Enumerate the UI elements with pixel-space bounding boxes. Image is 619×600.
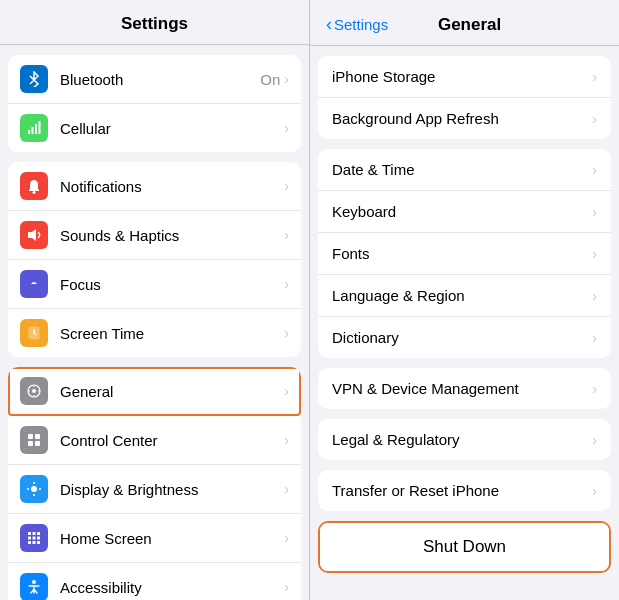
dictionary-chevron: › [592,330,597,346]
right-settings-list: iPhone Storage › Background App Refresh … [310,46,619,600]
svg-point-10 [32,389,36,393]
sidebar-item-cellular[interactable]: Cellular › [8,104,301,152]
focus-icon [20,270,48,298]
sidebar-item-screentime[interactable]: Screen Time › [8,309,301,357]
accessibility-label: Accessibility [60,579,284,596]
transfer-label: Transfer or Reset iPhone [332,482,592,499]
svg-point-19 [31,486,37,492]
bluetooth-icon [20,65,48,93]
right-section-locale: Date & Time › Keyboard › Fonts › Languag… [318,149,611,358]
svg-point-4 [33,191,36,194]
date-time-chevron: › [592,162,597,178]
cellular-chevron: › [284,120,289,136]
language-chevron: › [592,288,597,304]
right-section-legal: Legal & Regulatory › [318,419,611,460]
legal-label: Legal & Regulatory [332,431,592,448]
display-icon [20,475,48,503]
sidebar-item-accessibility[interactable]: Accessibility › [8,563,301,600]
right-item-fonts[interactable]: Fonts › [318,233,611,275]
screentime-icon [20,319,48,347]
svg-rect-15 [28,434,33,439]
back-label: Settings [334,16,388,33]
svg-rect-28 [33,537,36,540]
bluetooth-chevron: › [284,71,289,87]
keyboard-label: Keyboard [332,203,592,220]
sounds-label: Sounds & Haptics [60,227,284,244]
screentime-label: Screen Time [60,325,284,342]
homescreen-label: Home Screen [60,530,284,547]
display-label: Display & Brightness [60,481,284,498]
language-label: Language & Region [332,287,592,304]
right-panel: ‹ Settings General iPhone Storage › Back… [310,0,619,600]
transfer-chevron: › [592,483,597,499]
right-panel-title: General [396,15,543,35]
right-panel-header: ‹ Settings General [310,0,619,46]
accessibility-icon [20,573,48,600]
legal-chevron: › [592,432,597,448]
background-refresh-chevron: › [592,111,597,127]
sidebar-item-focus[interactable]: Focus › [8,260,301,309]
svg-rect-26 [37,532,40,535]
svg-rect-2 [35,124,37,134]
left-title: Settings [121,14,188,33]
bluetooth-value: On [260,71,280,88]
section-system: General › Control Center › [8,367,301,600]
section-alerts: Notifications › Sounds & Haptics › [8,162,301,357]
sounds-icon [20,221,48,249]
right-section-vpn: VPN & Device Management › [318,368,611,409]
back-chevron-icon: ‹ [326,14,332,35]
notifications-chevron: › [284,178,289,194]
general-label: General [60,383,284,400]
left-panel-header: Settings [0,0,309,45]
notifications-icon [20,172,48,200]
sidebar-item-bluetooth[interactable]: Bluetooth On › [8,55,301,104]
focus-label: Focus [60,276,284,293]
right-item-language[interactable]: Language & Region › [318,275,611,317]
right-section-storage: iPhone Storage › Background App Refresh … [318,56,611,139]
shutdown-button[interactable]: Shut Down [320,523,609,571]
back-button[interactable]: ‹ Settings [326,14,388,35]
svg-rect-24 [28,532,31,535]
svg-rect-25 [33,532,36,535]
right-item-vpn[interactable]: VPN & Device Management › [318,368,611,409]
sidebar-item-homescreen[interactable]: Home Screen › [8,514,301,563]
sounds-chevron: › [284,227,289,243]
svg-rect-16 [35,434,40,439]
right-item-legal[interactable]: Legal & Regulatory › [318,419,611,460]
controlcenter-label: Control Center [60,432,284,449]
svg-rect-30 [28,541,31,544]
vpn-label: VPN & Device Management [332,380,592,397]
right-item-date-time[interactable]: Date & Time › [318,149,611,191]
right-item-keyboard[interactable]: Keyboard › [318,191,611,233]
keyboard-chevron: › [592,204,597,220]
cellular-icon [20,114,48,142]
right-item-background-refresh[interactable]: Background App Refresh › [318,98,611,139]
right-item-transfer[interactable]: Transfer or Reset iPhone › [318,470,611,511]
right-item-dictionary[interactable]: Dictionary › [318,317,611,358]
sidebar-item-display[interactable]: Display & Brightness › [8,465,301,514]
right-item-iphone-storage[interactable]: iPhone Storage › [318,56,611,98]
fonts-chevron: › [592,246,597,262]
homescreen-chevron: › [284,530,289,546]
controlcenter-chevron: › [284,432,289,448]
svg-rect-29 [37,537,40,540]
svg-rect-17 [28,441,33,446]
general-chevron: › [284,383,289,399]
svg-rect-1 [32,127,34,134]
sidebar-item-controlcenter[interactable]: Control Center › [8,416,301,465]
screentime-chevron: › [284,325,289,341]
svg-marker-5 [28,229,36,241]
controlcenter-icon [20,426,48,454]
section-connectivity: Bluetooth On › Cellular › [8,55,301,152]
homescreen-icon [20,524,48,552]
shutdown-label: Shut Down [423,537,506,557]
sidebar-item-sounds[interactable]: Sounds & Haptics › [8,211,301,260]
accessibility-chevron: › [284,579,289,595]
svg-rect-0 [28,130,30,134]
settings-list: Bluetooth On › Cellular › [0,45,309,600]
sidebar-item-general[interactable]: General › [8,367,301,416]
svg-rect-18 [35,441,40,446]
focus-chevron: › [284,276,289,292]
svg-point-33 [32,580,36,584]
sidebar-item-notifications[interactable]: Notifications › [8,162,301,211]
